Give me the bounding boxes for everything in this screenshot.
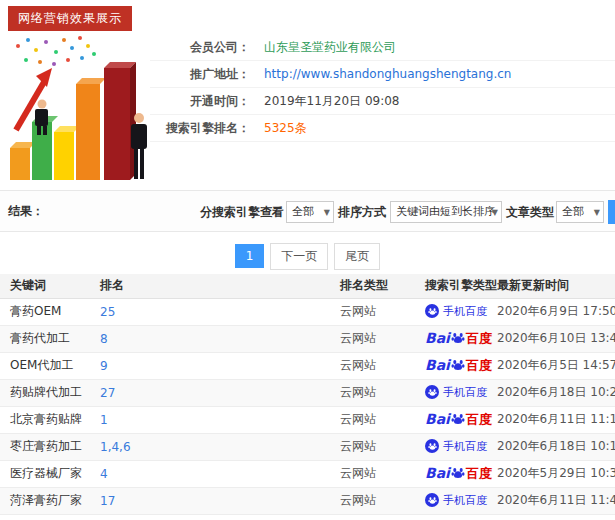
page-button-current[interactable]: 1: [235, 244, 265, 268]
keyword-cell: 膏药OEM: [0, 298, 100, 325]
engine-filter-label: 分搜索引擎查看: [200, 204, 284, 221]
rank-type-cell: 云网站: [340, 325, 425, 352]
rank-link[interactable]: 1,4,6: [100, 440, 131, 454]
baidu-logo-text-du: 百度: [466, 413, 492, 426]
engine-cell: Bai 百度 手机百度: [425, 406, 497, 433]
page-button-next[interactable]: 下一页: [270, 243, 328, 270]
baidu-paw-icon: [451, 331, 465, 345]
promo-url-link[interactable]: http://www.shandonghuangshengtang.cn: [264, 67, 511, 81]
engine-cell: Bai 百度 手机百度: [425, 460, 497, 487]
engine-filter-select[interactable]: 全部 ▼: [286, 201, 334, 223]
baidu-logo-text-bai: Bai: [425, 466, 450, 480]
mobile-baidu-label: 手机百度: [443, 495, 487, 506]
col-header-updated: 最新更新时间: [497, 274, 615, 298]
bars: [10, 62, 136, 180]
rank-count-label: 搜索引擎排名：: [150, 120, 250, 137]
mobile-baidu-paw-icon: [425, 493, 439, 507]
type-filter-select[interactable]: 全部 ▼: [556, 201, 604, 223]
chevron-down-icon: ▼: [324, 202, 330, 223]
rank-link[interactable]: 27: [100, 386, 115, 400]
results-label: 结果：: [8, 203, 44, 220]
keyword-cell: 医疗器械厂家: [0, 460, 100, 487]
baidu-paw-icon: [451, 358, 465, 372]
mobile-baidu-icon: 手机百度: [425, 385, 487, 399]
baidu-logo-text-bai: Bai: [425, 331, 450, 345]
updated-cell: 2020年6月10日 13:40: [497, 325, 615, 352]
baidu-paw-icon: [451, 466, 465, 480]
updated-cell: 2020年6月18日 10:25: [497, 379, 615, 406]
col-header-keyword: 关键词: [0, 274, 100, 298]
col-header-rank-type: 排名类型: [340, 274, 425, 298]
rank-type-cell: 云网站: [340, 433, 425, 460]
mobile-baidu-label: 手机百度: [443, 306, 487, 317]
type-filter-value: 全部: [562, 205, 584, 218]
table-row: 膏药代加工 8 云网站 Bai 百度 手机百度 2020年6月10日 13:40: [0, 325, 615, 352]
page-button-last[interactable]: 尾页: [334, 243, 380, 270]
mobile-baidu-paw-icon: [425, 385, 439, 399]
baidu-logo-text-du: 百度: [466, 467, 492, 480]
info-field-row: 会员公司： 山东皇圣堂药业有限公司: [150, 34, 615, 61]
baidu-logo-text-bai: Bai: [425, 358, 450, 372]
filter-bar: 结果： 分搜索引擎查看 全部 ▼ 排序方式 关键词由短到长排序 ▼ 文章类型 全…: [0, 190, 615, 232]
marketing-graphic: [6, 32, 158, 182]
mobile-baidu-paw-icon: [425, 304, 439, 318]
updated-cell: 2020年5月29日 10:32: [497, 460, 615, 487]
table-row: 菏泽膏药厂家 17 云网站 Bai 百度 手机百度 2020年6月11日 11:…: [0, 487, 615, 514]
rank-link[interactable]: 25: [100, 305, 115, 319]
open-time-value: 2019年11月20日 09:08: [264, 93, 399, 110]
updated-cell: 2020年6月18日 10:19: [497, 433, 615, 460]
mobile-baidu-icon: 手机百度: [425, 304, 487, 318]
pagination: 1 下一页 尾页: [0, 238, 615, 274]
confetti-dots: [16, 36, 96, 66]
rank-link[interactable]: 9: [100, 359, 108, 373]
rank-link[interactable]: 17: [100, 494, 115, 508]
rank-link[interactable]: 1: [100, 413, 108, 427]
results-table-body: 膏药OEM 25 云网站 Bai 百度 手机百度 2020年6月9日 17:50…: [0, 298, 615, 514]
table-row: 北京膏药贴牌 1 云网站 Bai 百度 手机百度 2020年6月11日 11:1…: [0, 406, 615, 433]
mobile-baidu-icon: 手机百度: [425, 439, 487, 453]
baidu-logo-text-du: 百度: [466, 332, 492, 345]
company-label: 会员公司：: [150, 39, 250, 56]
baidu-logo-text-bai: Bai: [425, 412, 450, 426]
engine-filter-value: 全部: [292, 205, 314, 218]
col-header-rank: 排名: [100, 274, 340, 298]
info-section: 会员公司： 山东皇圣堂药业有限公司 推广地址： http://www.shand…: [0, 30, 615, 188]
open-time-label: 开通时间：: [150, 93, 250, 110]
rank-type-cell: 云网站: [340, 487, 425, 514]
baidu-logo-icon: Bai 百度: [425, 358, 492, 372]
updated-cell: 2020年6月9日 17:50: [497, 298, 615, 325]
keyword-cell: OEM代加工: [0, 352, 100, 379]
engine-cell: Bai 百度 手机百度: [425, 379, 497, 406]
keyword-cell: 菏泽膏药厂家: [0, 487, 100, 514]
baidu-paw-icon: [451, 412, 465, 426]
promo-url-label: 推广地址：: [150, 66, 250, 83]
rank-type-cell: 云网站: [340, 298, 425, 325]
sort-filter-select[interactable]: 关键词由短到长排序 ▼: [390, 201, 502, 223]
sort-filter-label: 排序方式: [338, 204, 386, 221]
baidu-logo-icon: Bai 百度: [425, 466, 492, 480]
company-name-link[interactable]: 山东皇圣堂药业有限公司: [264, 39, 396, 56]
table-row: 膏药OEM 25 云网站 Bai 百度 手机百度 2020年6月9日 17:50: [0, 298, 615, 325]
keyword-cell: 枣庄膏药加工: [0, 433, 100, 460]
rank-link[interactable]: 4: [100, 467, 108, 481]
updated-cell: 2020年6月11日 11:40: [497, 487, 615, 514]
keyword-cell: 膏药代加工: [0, 325, 100, 352]
baidu-logo-icon: Bai 百度: [425, 412, 492, 426]
submit-button[interactable]: 提交: [608, 200, 615, 224]
engine-cell: Bai 百度 手机百度: [425, 325, 497, 352]
table-header-row: 关键词 排名 排名类型 搜索引擎类型 最新更新时间: [0, 274, 615, 298]
info-field-row: 搜索引擎排名： 5325条: [150, 115, 615, 142]
info-fields: 会员公司： 山东皇圣堂药业有限公司 推广地址： http://www.shand…: [150, 34, 615, 142]
col-header-engine-type: 搜索引擎类型: [425, 274, 497, 298]
engine-cell: Bai 百度 手机百度: [425, 487, 497, 514]
engine-cell: Bai 百度 手机百度: [425, 352, 497, 379]
info-field-row: 推广地址： http://www.shandonghuangshengtang.…: [150, 61, 615, 88]
rank-type-cell: 云网站: [340, 352, 425, 379]
engine-cell: Bai 百度 手机百度: [425, 433, 497, 460]
mobile-baidu-paw-icon: [425, 439, 439, 453]
filter-controls: 分搜索引擎查看 全部 ▼ 排序方式 关键词由短到长排序 ▼ 文章类型 全部 ▼ …: [200, 191, 615, 233]
keyword-cell: 药贴牌代加工: [0, 379, 100, 406]
info-field-row: 开通时间： 2019年11月20日 09:08: [150, 88, 615, 115]
table-row: 药贴牌代加工 27 云网站 Bai 百度 手机百度 2020年6月18日 10:…: [0, 379, 615, 406]
rank-link[interactable]: 8: [100, 332, 108, 346]
